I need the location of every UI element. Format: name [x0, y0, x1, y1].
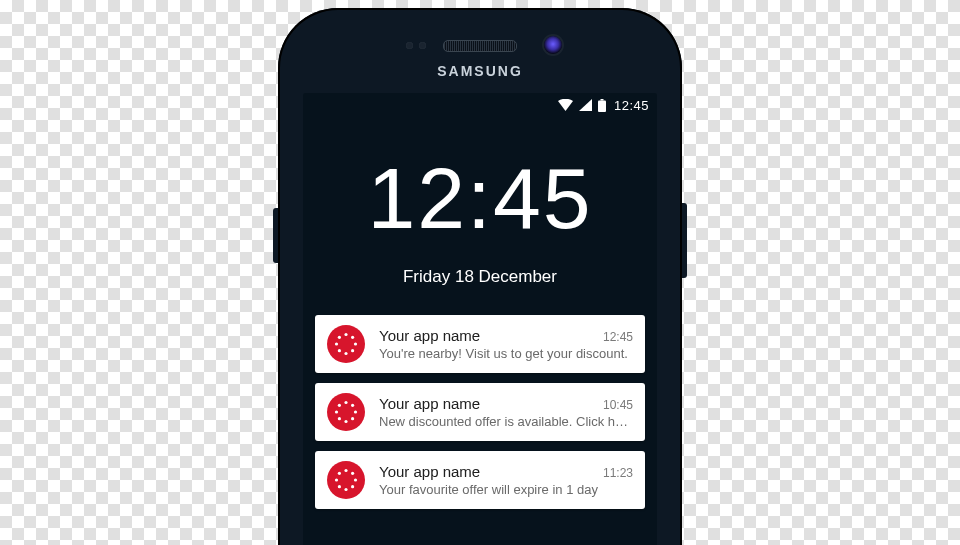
svg-point-29	[344, 420, 347, 423]
svg-point-38	[344, 488, 347, 491]
notification-card[interactable]: Your app name 12:45 You're nearby! Visit…	[315, 315, 645, 373]
svg-point-28	[351, 417, 354, 420]
svg-point-23	[338, 336, 341, 339]
notification-app-name: Your app name	[379, 463, 480, 480]
app-icon	[327, 325, 365, 363]
notification-app-name: Your app name	[379, 395, 480, 412]
notification-message: Your favourite offer will expire in 1 da…	[379, 482, 633, 497]
notification-body: Your app name 10:45 New discounted offer…	[379, 395, 633, 429]
svg-point-25	[344, 401, 347, 404]
volume-button	[273, 208, 278, 263]
status-bar-time: 12:45	[614, 98, 649, 113]
svg-point-37	[351, 485, 354, 488]
lock-screen-date: Friday 18 December	[303, 267, 657, 287]
svg-point-24	[327, 393, 365, 431]
svg-point-17	[351, 336, 354, 339]
svg-point-41	[338, 472, 341, 475]
battery-icon	[598, 99, 606, 112]
notification-body: Your app name 11:23 Your favourite offer…	[379, 463, 633, 497]
earpiece-speaker	[443, 40, 517, 52]
notification-message: New discounted offer is available. Click…	[379, 414, 633, 429]
notification-time: 11:23	[603, 466, 633, 480]
svg-point-19	[351, 349, 354, 352]
front-camera	[544, 36, 562, 54]
power-button	[682, 203, 687, 278]
svg-point-16	[344, 333, 347, 336]
svg-point-18	[354, 342, 357, 345]
lock-screen[interactable]: 12:45 12:45 Friday 18 December	[303, 93, 657, 545]
svg-point-36	[354, 478, 357, 481]
svg-point-31	[335, 410, 338, 413]
canvas: SAMSUNG	[0, 0, 960, 545]
svg-point-20	[344, 352, 347, 355]
notification-body: Your app name 12:45 You're nearby! Visit…	[379, 327, 633, 361]
device-brand: SAMSUNG	[278, 63, 682, 79]
svg-point-33	[327, 461, 365, 499]
svg-point-22	[335, 342, 338, 345]
svg-point-30	[338, 417, 341, 420]
svg-rect-13	[600, 99, 603, 101]
svg-point-32	[338, 404, 341, 407]
proximity-sensor	[406, 42, 426, 49]
notification-message: You're nearby! Visit us to get your disc…	[379, 346, 633, 361]
wifi-icon	[558, 99, 573, 111]
svg-point-27	[354, 410, 357, 413]
phone-frame: SAMSUNG	[278, 8, 682, 545]
notification-app-name: Your app name	[379, 327, 480, 344]
notification-card[interactable]: Your app name 11:23 Your favourite offer…	[315, 451, 645, 509]
notification-list: Your app name 12:45 You're nearby! Visit…	[315, 315, 645, 509]
svg-point-40	[335, 478, 338, 481]
notification-time: 10:45	[603, 398, 633, 412]
notification-card[interactable]: Your app name 10:45 New discounted offer…	[315, 383, 645, 441]
svg-point-26	[351, 404, 354, 407]
svg-point-35	[351, 472, 354, 475]
svg-rect-14	[598, 100, 606, 112]
svg-point-21	[338, 349, 341, 352]
app-icon	[327, 393, 365, 431]
status-bar: 12:45	[303, 93, 657, 117]
notification-time: 12:45	[603, 330, 633, 344]
app-icon	[327, 461, 365, 499]
svg-point-34	[344, 469, 347, 472]
svg-point-39	[338, 485, 341, 488]
lock-screen-clock: 12:45	[303, 155, 657, 241]
cellular-signal-icon	[579, 99, 592, 111]
svg-point-15	[327, 325, 365, 363]
